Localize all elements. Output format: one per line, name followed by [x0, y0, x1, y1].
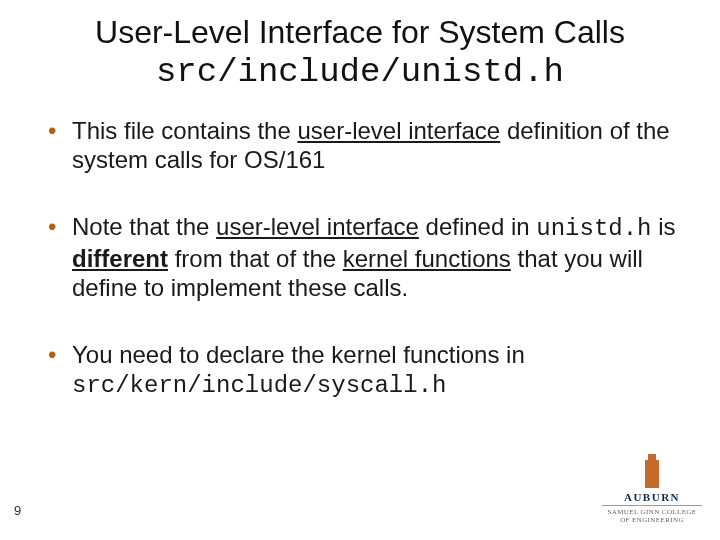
page-number: 9	[14, 503, 21, 518]
text: is	[652, 213, 676, 240]
underlined-text: user-level interface	[297, 117, 500, 144]
bold-underlined-text: different	[72, 245, 168, 272]
title-line1: User-Level Interface for System Calls	[95, 14, 625, 50]
auburn-logo: AUBURN SAMUEL GINN COLLEGE OF ENGINEERIN…	[602, 460, 702, 524]
logo-name: AUBURN	[602, 491, 702, 503]
bullet-1: This file contains the user-level interf…	[44, 116, 676, 175]
text: This file contains the	[72, 117, 297, 144]
text: from that of the	[168, 245, 343, 272]
code-text: src/kern/include/syscall.h	[72, 372, 446, 399]
slide: User-Level Interface for System Calls sr…	[0, 0, 720, 540]
bullet-3: You need to declare the kernel functions…	[44, 340, 676, 401]
text: You need to declare the kernel functions…	[72, 341, 525, 368]
bullet-list: This file contains the user-level interf…	[44, 116, 676, 401]
underlined-text: kernel functions	[343, 245, 511, 272]
text: defined in	[419, 213, 536, 240]
tower-icon	[645, 460, 659, 488]
text: Note that the	[72, 213, 216, 240]
bullet-2: Note that the user-level interface defin…	[44, 212, 676, 302]
code-text: unistd.h	[536, 215, 651, 242]
slide-title: User-Level Interface for System Calls sr…	[44, 14, 676, 92]
underlined-text: user-level interface	[216, 213, 419, 240]
logo-subtitle: SAMUEL GINN COLLEGE OF ENGINEERING	[602, 505, 702, 524]
title-code-path: src/include/unistd.h	[156, 53, 564, 91]
